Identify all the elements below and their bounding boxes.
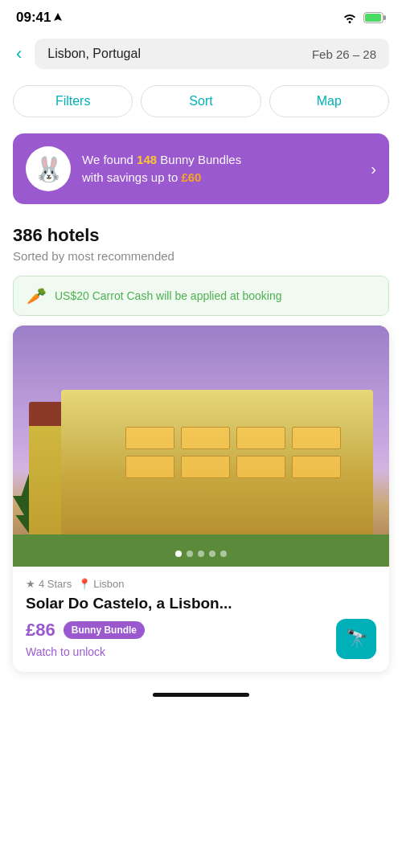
window [292,456,341,478]
windows [117,419,349,486]
search-content[interactable]: Lisbon, Portugal Feb 26 – 28 [35,39,389,69]
sort-label: Sorted by most recommended [13,249,389,263]
hotel-image-inner [13,374,389,567]
status-icons [343,12,386,23]
back-button[interactable]: ‹ [13,40,25,68]
window [292,427,341,449]
image-dots [175,551,227,557]
binoculars-icon: 🔭 [346,628,367,649]
status-time: 09:41 [16,10,62,26]
destination-text: Lisbon, Portugal [47,47,141,61]
status-bar: 09:41 [0,0,402,32]
window [181,427,230,449]
svg-rect-2 [384,15,386,20]
window [125,427,174,449]
hotel-count: 386 hotels [13,225,389,246]
binoculars-button[interactable]: 🔭 [336,619,376,659]
dot-3 [198,551,204,557]
wifi-icon [343,12,357,23]
bunny-mid-text: Bunny Bundles [157,153,241,166]
hotel-meta: ★ 4 Stars 📍 Lisbon [26,578,376,590]
price-bundle-row: £86 Bunny Bundle [26,620,145,641]
hotel-price-row: £86 Bunny Bundle Watch to unlock 🔭 [26,619,376,659]
hotel-card[interactable]: ★ 4 Stars 📍 Lisbon Solar Do Castelo, a L… [13,326,389,672]
dot-1 [175,551,182,557]
battery-icon [363,12,386,23]
search-bar: ‹ Lisbon, Portugal Feb 26 – 28 [0,32,402,76]
watch-unlock-text: Watch to unlock [26,645,145,658]
carrot-cash-text: US$20 Carrot Cash will be applied at boo… [55,289,282,302]
bunny-count: 148 [137,153,157,166]
dot-2 [187,551,193,557]
location-badge: 📍 Lisbon [78,578,124,590]
window [125,456,174,478]
stars-text: 4 Stars [39,578,72,590]
filters-button[interactable]: Filters [13,85,133,117]
window [236,456,285,478]
building-main [61,390,373,534]
bunny-banner[interactable]: 🐰 We found 148 Bunny Bundles with saving… [13,133,389,204]
bunny-pre-text: We found [82,153,137,166]
stars-badge: ★ 4 Stars [26,578,72,590]
carrot-icon: 🥕 [27,286,47,305]
dates-text: Feb 26 – 28 [312,47,376,61]
location-text: Lisbon [93,578,124,590]
dot-4 [209,551,215,557]
bundle-badge: Bunny Bundle [64,621,145,639]
bunny-savings-text: with savings up to [82,170,181,184]
sort-button[interactable]: Sort [141,85,260,117]
pin-icon: 📍 [78,578,91,590]
filter-row: Filters Sort Map [0,76,402,127]
window [236,427,285,449]
bunny-chevron-icon: › [371,160,376,178]
map-button[interactable]: Map [269,85,389,117]
price-left: £86 Bunny Bundle Watch to unlock [26,620,145,658]
star-icon: ★ [26,578,35,590]
home-indicator [0,680,402,703]
carrot-cash-banner: 🥕 US$20 Carrot Cash will be applied at b… [13,276,389,316]
bunny-text: We found 148 Bunny Bundles with savings … [82,151,359,186]
bunny-savings-amount: £60 [181,170,201,184]
dot-5 [220,551,227,557]
bunny-avatar: 🐰 [26,146,71,191]
hotel-name: Solar Do Castelo, a Lisbon... [26,595,376,612]
svg-rect-1 [365,14,381,22]
window [181,456,230,478]
price: £86 [26,620,55,641]
hotel-info: ★ 4 Stars 📍 Lisbon Solar Do Castelo, a L… [13,567,389,672]
hotel-count-section: 386 hotels Sorted by most recommended [0,211,402,266]
time-label: 09:41 [16,10,51,26]
location-arrow-icon [54,13,62,23]
hotel-image [13,326,389,567]
home-bar [153,693,249,697]
